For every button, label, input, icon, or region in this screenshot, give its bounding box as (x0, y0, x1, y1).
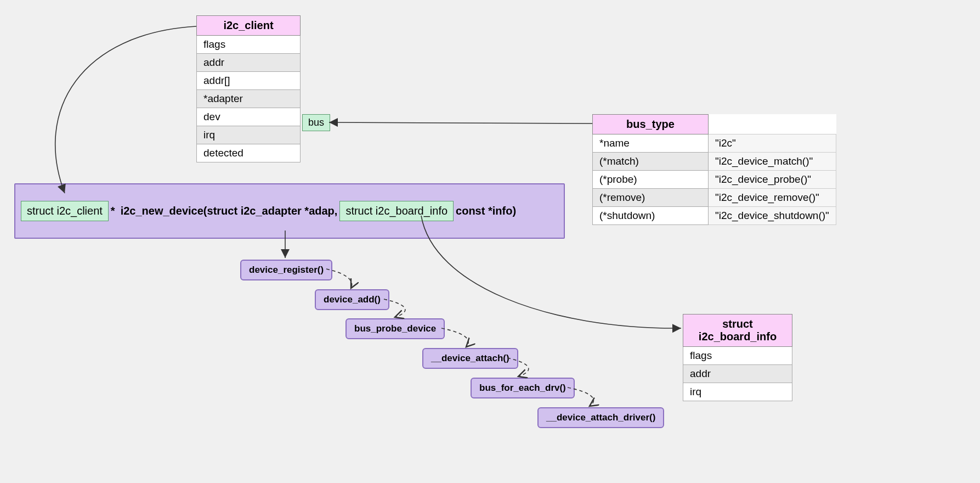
bus-type-value: "i2c_device_probe()" (709, 171, 836, 189)
board-info-field: irq (683, 383, 792, 401)
i2c-client-field: flags (197, 36, 301, 54)
bus-type-value: "i2c_device_remove()" (709, 189, 836, 207)
bus-type-value: "i2c_device_match()" (709, 153, 836, 171)
i2c-client-field: addr (197, 54, 301, 72)
call-device-add: device_add() (315, 289, 389, 310)
bus-type-field: (*shutdown) (593, 207, 709, 225)
i2c-client-field: detected (197, 144, 301, 162)
param-struct-tag: struct i2c_board_info (339, 201, 454, 221)
i2c-new-device-func: struct i2c_client * i2c_new_device(struc… (14, 183, 565, 239)
bus-type-field: (*remove) (593, 189, 709, 207)
arrows-overlay (0, 0, 980, 483)
board-info-field: addr (683, 365, 792, 383)
call-device-attach: __device_attach() (422, 348, 518, 369)
bus-type-field: (*probe) (593, 171, 709, 189)
bus-tag: bus (302, 114, 330, 131)
func-name-part: const *info) (456, 205, 516, 217)
func-name-part: i2c_new_device(struct i2c_adapter *adap, (121, 205, 338, 217)
return-type-tag: struct i2c_client (21, 201, 109, 221)
i2c-client-field: addr[] (197, 72, 301, 90)
bus-type-title: bus_type (593, 115, 709, 134)
bus-type-value: "i2c" (709, 134, 836, 153)
func-star: * (111, 205, 115, 217)
call-device-register: device_register() (240, 260, 332, 280)
bus-type-value: "i2c_device_shutdown()" (709, 207, 836, 225)
i2c-client-struct: i2c_client flags addr addr[] *adapter de… (196, 15, 301, 162)
bus-type-field: *name (593, 134, 709, 153)
call-bus-for-each-drv: bus_for_each_drv() (471, 378, 575, 398)
bus-type-struct: bus_type *name "i2c" (*match) "i2c_devic… (592, 114, 836, 225)
call-bus-probe-device: bus_probe_device (345, 318, 445, 339)
call-device-attach-driver: __device_attach_driver() (537, 407, 664, 428)
i2c-client-field: dev (197, 108, 301, 126)
i2c-client-title: i2c_client (197, 16, 301, 36)
i2c-board-info-struct: struct i2c_board_info flags addr irq (683, 314, 792, 401)
i2c-client-field: irq (197, 126, 301, 144)
board-info-title: struct i2c_board_info (683, 314, 792, 347)
bus-type-field: (*match) (593, 153, 709, 171)
board-info-field: flags (683, 347, 792, 365)
i2c-client-field: *adapter (197, 90, 301, 108)
